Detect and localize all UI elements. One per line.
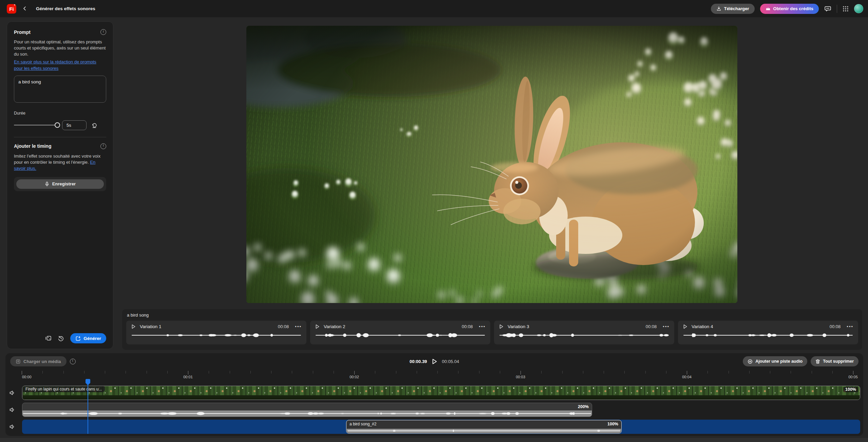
topbar-divider [837, 5, 837, 13]
upload-icon [16, 359, 21, 364]
ruler-tick [687, 371, 687, 375]
total-time: 00:05.04 [442, 359, 459, 364]
history-icon [58, 335, 64, 342]
ruler-tick [853, 371, 853, 375]
variation-card-2[interactable]: Variation 2 00:08 ••• [310, 321, 490, 344]
generate-sparkle-icon [75, 336, 81, 341]
upload-media-label: Charger un média [23, 359, 61, 364]
rabbit-scene-image [246, 26, 737, 303]
get-credits-button[interactable]: Obtenir des crédits [760, 4, 819, 14]
ruler-tick [479, 371, 479, 374]
transport-controls: 00:00.39 00:05.04 [410, 358, 459, 365]
ruler-tick [63, 371, 64, 374]
ruler-tick [105, 371, 105, 374]
generate-button[interactable]: Générer [70, 333, 106, 343]
duration-slider[interactable] [14, 125, 57, 125]
ruler-label: 00:01 [183, 375, 193, 379]
video-preview[interactable] [246, 26, 737, 303]
play-icon[interactable] [683, 324, 687, 329]
variation-card-3[interactable]: Variation 3 00:08 ••• [494, 321, 674, 344]
info-icon[interactable] [100, 29, 106, 35]
topbar-actions: Télécharger Obtenir des crédits [711, 0, 863, 17]
feedback-button[interactable] [824, 5, 831, 12]
chat-bubble-icon [824, 5, 831, 12]
firefly-sound-effects-app: Fi✦ Générer des effets sonores Télécharg… [0, 0, 868, 442]
duration-slider-knob[interactable] [55, 122, 60, 128]
ruler-tick [458, 371, 458, 374]
ruler-tick [707, 371, 708, 374]
plus-circle-icon [748, 359, 753, 364]
variation-card-4[interactable]: Variation 4 00:08 ••• [678, 321, 858, 344]
info-icon[interactable] [70, 359, 76, 364]
waveform [499, 332, 669, 339]
variation-menu-button[interactable]: ••• [295, 324, 302, 329]
variation-menu-button[interactable]: ••• [479, 324, 486, 329]
ruler-tick [250, 371, 251, 374]
prompt-panel: Prompt Pour un résultat optimal, utilise… [7, 21, 113, 349]
sidebar-footer: Générer [14, 333, 106, 343]
duration-reset-button[interactable] [91, 122, 97, 128]
ruler-tick [770, 371, 770, 374]
download-label: Télécharger [724, 6, 749, 11]
page-bottom-strip [0, 438, 868, 442]
delete-all-label: Tout supprimer [823, 359, 854, 364]
download-button[interactable]: Télécharger [711, 4, 755, 14]
ruler-tick [437, 371, 438, 374]
ruler-tick [541, 371, 542, 374]
prompt-input[interactable]: a bird song [14, 76, 106, 103]
prompt-title: Prompt [14, 29, 31, 35]
ruler-tick [209, 371, 209, 374]
record-button[interactable]: Enregistrer [16, 179, 104, 189]
duration-controls [14, 120, 106, 130]
record-container: Enregistrer [14, 177, 106, 191]
audio-clip-1[interactable]: 200% [22, 403, 592, 417]
play-icon[interactable] [315, 324, 320, 329]
dice-icon [45, 335, 52, 341]
page-title: Générer des effets sonores [36, 0, 95, 17]
ruler-tick [583, 371, 583, 374]
firefly-logo[interactable]: Fi✦ [7, 4, 16, 14]
audio-clip-2[interactable]: a bird song_#2 100% [346, 420, 622, 434]
trash-icon [815, 359, 820, 364]
avatar[interactable] [854, 4, 863, 13]
track-volume-icon[interactable] [9, 424, 15, 430]
ruler-tick [749, 371, 750, 374]
duration-input[interactable] [62, 120, 87, 130]
upload-media-button[interactable]: Charger un média [10, 356, 67, 366]
waveform [683, 332, 853, 339]
play-icon[interactable] [499, 324, 504, 329]
variation-menu-button[interactable]: ••• [663, 324, 669, 329]
play-icon[interactable] [131, 324, 136, 329]
back-button[interactable] [22, 6, 27, 11]
track-volume-icon[interactable] [9, 407, 15, 413]
ruler-tick [42, 371, 43, 374]
timeline-panel: Charger un média 00:00.39 00:05.04 Ajout… [5, 353, 863, 436]
video-clip[interactable]: Firefly un lapin qui cours et saute dans… [22, 386, 860, 400]
add-audio-track-button[interactable]: Ajouter une piste audio [743, 356, 807, 366]
sidebar-divider [14, 137, 106, 137]
delete-all-button[interactable]: Tout supprimer [811, 356, 858, 366]
apps-grid-button[interactable] [843, 6, 849, 12]
history-button[interactable] [58, 335, 64, 342]
ruler-tick [812, 371, 812, 374]
audio-volume-badge: 100% [607, 422, 618, 426]
prompt-section-header: Prompt [14, 29, 106, 35]
timeline-ruler[interactable]: 00:0000:0100:0200:0300:0400:05 [5, 370, 863, 381]
audio-volume-badge: 200% [578, 404, 589, 409]
variation-label: Variation 1 [140, 324, 162, 329]
play-button[interactable] [431, 358, 437, 365]
variation-card-1[interactable]: Variation 1 00:08 ••• [126, 321, 306, 344]
apps-grid-icon [843, 6, 849, 12]
randomize-button[interactable] [45, 335, 52, 341]
variation-menu-button[interactable]: ••• [847, 324, 853, 329]
info-icon[interactable] [100, 143, 106, 149]
credits-label: Obtenir des crédits [773, 6, 813, 11]
timing-description: Imitez l'effet sonore souhaité avec votr… [14, 153, 106, 172]
ruler-label: 00:05 [848, 375, 858, 379]
duration-label: Durée [14, 111, 106, 116]
playhead-handle[interactable] [86, 379, 90, 385]
track-volume-icon[interactable] [9, 390, 15, 396]
prompt-learn-more-link[interactable]: En savoir plus sur la rédaction de promp… [14, 59, 96, 71]
variation-label: Variation 3 [508, 324, 529, 329]
playhead-line[interactable] [88, 380, 88, 434]
